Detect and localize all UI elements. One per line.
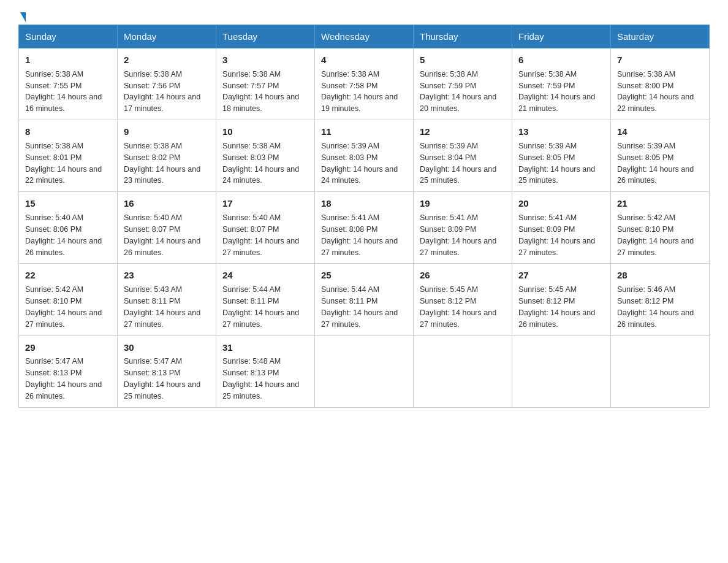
calendar-day-cell: 12Sunrise: 5:39 AMSunset: 8:04 PMDayligh… [414, 120, 512, 192]
calendar-header-sunday: Sunday [19, 25, 118, 48]
day-number: 29 [25, 341, 111, 354]
logo [18, 12, 26, 18]
day-number: 1 [25, 53, 111, 67]
day-number: 18 [321, 197, 407, 210]
day-info: Sunrise: 5:38 AMSunset: 8:01 PMDaylight:… [25, 142, 102, 185]
day-number: 17 [222, 197, 308, 210]
calendar-day-cell [611, 335, 710, 407]
calendar-day-cell [512, 335, 611, 407]
day-number: 3 [222, 53, 308, 67]
day-number: 11 [321, 125, 407, 139]
day-number: 24 [222, 269, 308, 282]
day-info: Sunrise: 5:38 AMSunset: 7:59 PMDaylight:… [518, 70, 595, 113]
calendar-header-thursday: Thursday [414, 25, 512, 48]
day-number: 30 [124, 341, 210, 354]
calendar-header-friday: Friday [512, 25, 611, 48]
day-number: 25 [321, 269, 407, 282]
day-info: Sunrise: 5:38 AMSunset: 8:02 PMDaylight:… [124, 142, 200, 185]
calendar-day-cell: 22Sunrise: 5:42 AMSunset: 8:10 PMDayligh… [19, 264, 118, 335]
day-info: Sunrise: 5:40 AMSunset: 8:07 PMDaylight:… [124, 213, 200, 257]
day-number: 10 [222, 125, 308, 139]
day-info: Sunrise: 5:38 AMSunset: 7:57 PMDaylight:… [222, 70, 299, 113]
day-number: 4 [321, 53, 407, 67]
day-info: Sunrise: 5:38 AMSunset: 8:03 PMDaylight:… [222, 142, 299, 185]
calendar-day-cell: 6Sunrise: 5:38 AMSunset: 7:59 PMDaylight… [512, 48, 611, 120]
calendar-day-cell: 30Sunrise: 5:47 AMSunset: 8:13 PMDayligh… [118, 335, 216, 407]
day-number: 23 [124, 269, 210, 282]
calendar-day-cell: 1Sunrise: 5:38 AMSunset: 7:55 PMDaylight… [19, 48, 118, 120]
day-info: Sunrise: 5:39 AMSunset: 8:05 PMDaylight:… [518, 142, 595, 185]
calendar-day-cell: 9Sunrise: 5:38 AMSunset: 8:02 PMDaylight… [118, 120, 216, 192]
day-number: 8 [25, 125, 111, 139]
calendar-week-row: 1Sunrise: 5:38 AMSunset: 7:55 PMDaylight… [19, 48, 710, 120]
calendar-header-wednesday: Wednesday [315, 25, 414, 48]
calendar-day-cell: 27Sunrise: 5:45 AMSunset: 8:12 PMDayligh… [512, 264, 611, 335]
day-info: Sunrise: 5:39 AMSunset: 8:05 PMDaylight:… [617, 142, 694, 185]
calendar-day-cell: 23Sunrise: 5:43 AMSunset: 8:11 PMDayligh… [118, 264, 216, 335]
calendar-header-saturday: Saturday [611, 25, 710, 48]
day-number: 21 [617, 197, 703, 210]
day-number: 22 [25, 269, 111, 282]
calendar-day-cell: 20Sunrise: 5:41 AMSunset: 8:09 PMDayligh… [512, 192, 611, 264]
day-info: Sunrise: 5:47 AMSunset: 8:13 PMDaylight:… [25, 357, 102, 400]
day-info: Sunrise: 5:44 AMSunset: 8:11 PMDaylight:… [321, 285, 398, 329]
day-info: Sunrise: 5:45 AMSunset: 8:12 PMDaylight:… [518, 285, 595, 329]
calendar-day-cell: 3Sunrise: 5:38 AMSunset: 7:57 PMDaylight… [216, 48, 315, 120]
calendar-week-row: 29Sunrise: 5:47 AMSunset: 8:13 PMDayligh… [19, 335, 710, 407]
calendar-day-cell [315, 335, 414, 407]
calendar-week-row: 8Sunrise: 5:38 AMSunset: 8:01 PMDaylight… [19, 120, 710, 192]
day-info: Sunrise: 5:40 AMSunset: 8:07 PMDaylight:… [222, 213, 299, 257]
calendar-day-cell: 29Sunrise: 5:47 AMSunset: 8:13 PMDayligh… [19, 335, 118, 407]
calendar-day-cell: 10Sunrise: 5:38 AMSunset: 8:03 PMDayligh… [216, 120, 315, 192]
day-number: 27 [518, 269, 604, 282]
day-number: 16 [124, 197, 210, 210]
day-number: 19 [420, 197, 506, 210]
calendar-day-cell: 16Sunrise: 5:40 AMSunset: 8:07 PMDayligh… [118, 192, 216, 264]
day-info: Sunrise: 5:38 AMSunset: 7:55 PMDaylight:… [25, 70, 102, 113]
day-number: 15 [25, 197, 111, 210]
calendar-day-cell: 4Sunrise: 5:38 AMSunset: 7:58 PMDaylight… [315, 48, 414, 120]
day-number: 14 [617, 125, 703, 139]
calendar-day-cell [414, 335, 512, 407]
calendar-day-cell: 31Sunrise: 5:48 AMSunset: 8:13 PMDayligh… [216, 335, 315, 407]
calendar-table: SundayMondayTuesdayWednesdayThursdayFrid… [18, 25, 710, 408]
day-number: 20 [518, 197, 604, 210]
day-number: 7 [617, 53, 703, 67]
calendar-week-row: 22Sunrise: 5:42 AMSunset: 8:10 PMDayligh… [19, 264, 710, 335]
day-number: 2 [124, 53, 210, 67]
day-info: Sunrise: 5:45 AMSunset: 8:12 PMDaylight:… [420, 285, 496, 329]
day-info: Sunrise: 5:42 AMSunset: 8:10 PMDaylight:… [617, 213, 694, 257]
calendar-day-cell: 8Sunrise: 5:38 AMSunset: 8:01 PMDaylight… [19, 120, 118, 192]
calendar-header-tuesday: Tuesday [216, 25, 315, 48]
day-info: Sunrise: 5:38 AMSunset: 7:56 PMDaylight:… [124, 70, 200, 113]
day-number: 12 [420, 125, 506, 139]
day-info: Sunrise: 5:38 AMSunset: 7:58 PMDaylight:… [321, 70, 398, 113]
day-info: Sunrise: 5:47 AMSunset: 8:13 PMDaylight:… [124, 357, 200, 400]
day-number: 26 [420, 269, 506, 282]
day-info: Sunrise: 5:41 AMSunset: 8:09 PMDaylight:… [518, 213, 595, 257]
calendar-day-cell: 21Sunrise: 5:42 AMSunset: 8:10 PMDayligh… [611, 192, 710, 264]
calendar-day-cell: 24Sunrise: 5:44 AMSunset: 8:11 PMDayligh… [216, 264, 315, 335]
logo-arrow-icon [20, 12, 26, 22]
calendar-day-cell: 11Sunrise: 5:39 AMSunset: 8:03 PMDayligh… [315, 120, 414, 192]
day-info: Sunrise: 5:48 AMSunset: 8:13 PMDaylight:… [222, 357, 299, 400]
day-info: Sunrise: 5:39 AMSunset: 8:03 PMDaylight:… [321, 142, 398, 185]
calendar-week-row: 15Sunrise: 5:40 AMSunset: 8:06 PMDayligh… [19, 192, 710, 264]
calendar-day-cell: 26Sunrise: 5:45 AMSunset: 8:12 PMDayligh… [414, 264, 512, 335]
calendar-day-cell: 14Sunrise: 5:39 AMSunset: 8:05 PMDayligh… [611, 120, 710, 192]
day-number: 6 [518, 53, 604, 67]
day-number: 13 [518, 125, 604, 139]
page-header [18, 12, 710, 18]
calendar-header-monday: Monday [118, 25, 216, 48]
calendar-day-cell: 28Sunrise: 5:46 AMSunset: 8:12 PMDayligh… [611, 264, 710, 335]
day-info: Sunrise: 5:38 AMSunset: 8:00 PMDaylight:… [617, 70, 694, 113]
calendar-day-cell: 25Sunrise: 5:44 AMSunset: 8:11 PMDayligh… [315, 264, 414, 335]
day-info: Sunrise: 5:38 AMSunset: 7:59 PMDaylight:… [420, 70, 496, 113]
calendar-day-cell: 19Sunrise: 5:41 AMSunset: 8:09 PMDayligh… [414, 192, 512, 264]
day-info: Sunrise: 5:42 AMSunset: 8:10 PMDaylight:… [25, 285, 102, 329]
calendar-day-cell: 7Sunrise: 5:38 AMSunset: 8:00 PMDaylight… [611, 48, 710, 120]
calendar-day-cell: 18Sunrise: 5:41 AMSunset: 8:08 PMDayligh… [315, 192, 414, 264]
day-number: 9 [124, 125, 210, 139]
calendar-day-cell: 2Sunrise: 5:38 AMSunset: 7:56 PMDaylight… [118, 48, 216, 120]
calendar-day-cell: 13Sunrise: 5:39 AMSunset: 8:05 PMDayligh… [512, 120, 611, 192]
